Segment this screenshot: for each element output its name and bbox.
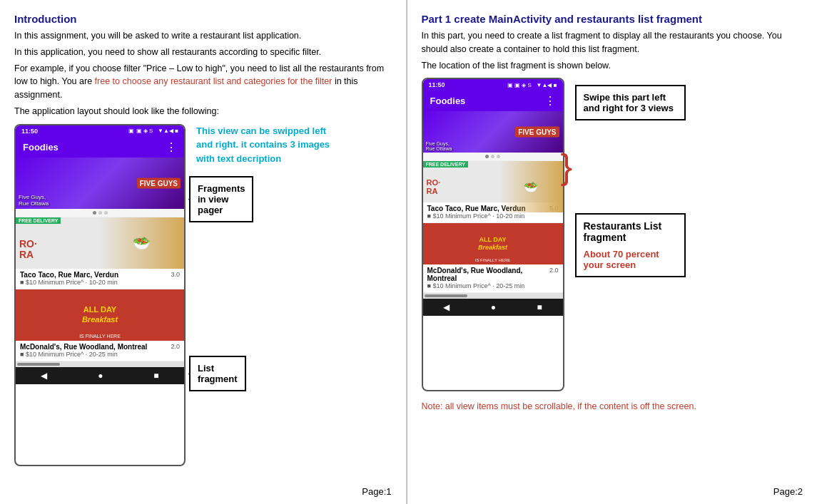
dot-1 (93, 211, 96, 215)
left-intro-p4: The application layout should look like … (14, 105, 392, 118)
dot-3 (104, 211, 108, 215)
right-scrollbar-thumb (425, 294, 467, 297)
left-page-number: Page:1 (362, 486, 391, 497)
back-icon: ◀ (41, 371, 47, 381)
right-page-number: Page:2 (773, 486, 803, 497)
left-annotations: This view can be swipped left and right.… (193, 124, 392, 466)
rora-image: FREE DELIVERY RO·RA 🥗 (16, 217, 184, 269)
left-phone-mockup: 11:50 ▣ ▣ ◈ S ▼▲◀ ■ Foodies ⋮ Five Guys,… (14, 124, 186, 466)
right-allday-image: ALL DAYBreakfast IS FINALLY HERE (423, 223, 563, 264)
right-panel: Part 1 create MainActivity and restauran… (407, 0, 818, 504)
right-card3-info: 2.0 McDonald's, Rue Woodland, Montreal ■… (423, 264, 563, 292)
left-card2-info: 3.0 Taco Taco, Rue Marc, Verdun ■ $10 Mi… (16, 269, 184, 289)
right-scrollbar[interactable] (423, 293, 563, 299)
left-toolbar: Foodies ⋮ (16, 137, 184, 158)
right-toolbar: Foodies ⋮ (423, 91, 563, 111)
right-title: Part 1 create MainActivity and restauran… (422, 13, 803, 25)
right-card-rora: FREE DELIVERY RO·RA 🥗 5.0 Taco Taco, Rue… (423, 161, 563, 223)
left-card-fiveguys: Five Guys,Rue Ottawa (16, 158, 184, 217)
left-status-bar: 11:50 ▣ ▣ ◈ S ▼▲◀ ■ (16, 125, 184, 137)
right-phone-mockup: 11:50 ▣ ▣ ◈ S ▼▲◀ ■ Foodies ⋮ Five Guys,… (422, 78, 564, 391)
left-scrollbar[interactable] (16, 361, 184, 367)
right-phone-area: 11:50 ▣ ▣ ◈ S ▼▲◀ ■ Foodies ⋮ Five Guys,… (422, 78, 803, 391)
right-rora-image: FREE DELIVERY RO·RA 🥗 (423, 161, 563, 202)
right-bottom-bar: ◀ ● ■ (423, 299, 563, 316)
right-annotations: Swipe this part left and right for 3 vie… (572, 78, 803, 391)
curly-brace: } (561, 149, 573, 185)
dot-2 (98, 211, 102, 215)
right-recent-icon: ■ (537, 302, 542, 312)
left-intro-p1: In this assignment, you will be asked to… (14, 29, 392, 43)
right-back-icon: ◀ (443, 302, 450, 312)
swipe-annotation-box: Swipe this part left and right for 3 vie… (575, 85, 686, 120)
right-rora-food: 🥗 (499, 161, 563, 212)
allday-image: ALL DAYBreakfast IS FINALLY HERE (16, 289, 184, 341)
viewpager-annotation-box: Fragments in view pager (189, 176, 253, 222)
dots-indicator (16, 209, 184, 217)
recent-icon: ■ (153, 371, 158, 381)
right-status-bar: 11:50 ▣ ▣ ◈ S ▼▲◀ ■ (423, 79, 563, 91)
fragment-annotation-box: Restaurants List fragment About 70 perce… (575, 213, 686, 277)
left-intro-p3: For example, if you choose filter "Price… (14, 62, 392, 102)
left-title: Introduction (14, 13, 392, 25)
right-dot-2 (491, 155, 494, 158)
home-icon: ● (98, 371, 103, 381)
left-card-rora: FREE DELIVERY RO·RA 🥗 3.0 Taco Taco, Rue… (16, 217, 184, 289)
left-panel: Introduction In this assignment, you wil… (0, 0, 407, 504)
right-five-guys-image: Five Guys,Rue Ottawa (423, 111, 563, 153)
right-note: Note: all view items must be scrollable,… (422, 400, 803, 413)
five-guys-image: Five Guys,Rue Ottawa (16, 158, 184, 209)
right-card-mcdonalds: ALL DAYBreakfast IS FINALLY HERE 2.0 McD… (423, 223, 563, 293)
left-card3-info: 2.0 McDonald's, Rue Woodland, Montreal ■… (16, 341, 184, 361)
list-annotation-box: List fragment (189, 356, 246, 391)
arrow-list: ← List fragment (186, 366, 198, 381)
left-card-mcdonalds: ALL DAYBreakfast IS FINALLY HERE 2.0 McD… (16, 289, 184, 361)
left-intro-p2: In this application, you need to show al… (14, 46, 392, 59)
left-scrollbar-thumb (17, 363, 60, 366)
right-dots (423, 153, 563, 160)
right-dot-3 (497, 155, 500, 158)
right-card-fiveguys: Five Guys,Rue Ottawa (423, 111, 563, 161)
arrow-viewpager: ← Fragments in view pager (186, 192, 198, 207)
right-intro-p1: In this part, you need to create a list … (422, 29, 803, 56)
swipe-annotation: This view can be swipped left and right.… (196, 124, 330, 166)
right-dot-1 (485, 155, 489, 158)
left-bottom-bar: ◀ ● ■ (16, 367, 184, 384)
right-home-icon: ● (491, 302, 496, 312)
right-intro-p2: The location of the list fragment is sho… (422, 59, 803, 73)
rora-food: 🥗 (98, 217, 184, 269)
left-phone-area: 11:50 ▣ ▣ ◈ S ▼▲◀ ■ Foodies ⋮ Five Guys,… (14, 124, 392, 466)
